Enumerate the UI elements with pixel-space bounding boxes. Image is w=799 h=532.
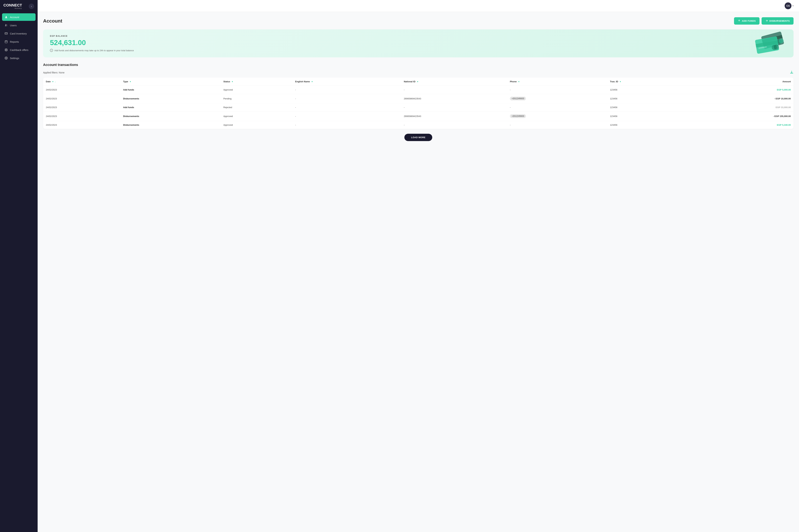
sidebar-item-settings-label: Settings [10, 57, 19, 60]
type-filter-icon: ▼ [129, 81, 131, 83]
table-row: 24/02/2023 Add funds Rejected - - - 1234… [43, 103, 794, 112]
collapse-icon: ‹ [31, 5, 32, 8]
cell-english-name: - [292, 103, 401, 112]
svg-point-9 [6, 50, 7, 50]
table-row: 24/02/2023 Add funds Approved - - - 1234… [43, 86, 794, 94]
cell-tran-id: 123456 [607, 86, 685, 94]
transactions-table: Date ▼ ↓ Type ▼ Status ▼ [43, 78, 794, 129]
sidebar-nav: Account Users Card Inventory [0, 12, 38, 532]
cell-status: Approved [221, 121, 292, 129]
cell-tran-id: 123456 [607, 94, 685, 103]
date-sort-icon: ↓ [55, 81, 56, 83]
disbursements-icon [765, 19, 768, 22]
credit-card-icon [4, 32, 8, 35]
balance-label: EGP BALANCE [50, 35, 787, 37]
users-icon [4, 23, 8, 27]
sidebar-item-cashback-offers[interactable]: Cashback offers [2, 46, 36, 54]
col-phone[interactable]: Phone ▼ [507, 78, 607, 86]
cell-amount: - EGP 10,000.00 [686, 94, 794, 103]
gear-icon [4, 56, 8, 60]
load-more-button[interactable]: LOAD MORE [404, 134, 432, 141]
sidebar-item-reports[interactable]: Reports [2, 38, 36, 45]
cell-phone: +2012245633 [507, 94, 607, 103]
sidebar-item-card-inventory[interactable]: Card Inventory [2, 30, 36, 37]
cell-status: Approved [221, 86, 292, 94]
cell-tran-id: 123456 [607, 112, 685, 121]
cell-amount: EGP 5,000.00 [686, 86, 794, 94]
sidebar-item-settings[interactable]: Settings [2, 54, 36, 62]
cell-english-name: - [292, 94, 401, 103]
col-english-name[interactable]: English Name ▼ [292, 78, 401, 86]
card-decoration [754, 31, 788, 55]
disbursements-button[interactable]: DISBURSEMENTS [762, 17, 794, 24]
svg-point-1 [5, 24, 6, 25]
app-name: CONNECT [3, 3, 22, 7]
cell-tran-id: 123456 [607, 121, 685, 129]
filters-value: None [59, 71, 65, 74]
cell-date: 24/02/2023 [43, 86, 120, 94]
cell-amount: EGP 5,340.00 [686, 121, 794, 129]
avatar[interactable]: CS [785, 2, 792, 9]
cell-phone: - [507, 121, 607, 129]
col-status[interactable]: Status ▼ [221, 78, 292, 86]
col-national-id[interactable]: National ID ▼ [401, 78, 507, 86]
page-title: Account [43, 18, 62, 24]
cell-phone: +2012245633 [507, 112, 607, 121]
svg-rect-5 [5, 41, 7, 43]
user-dropdown[interactable]: CS ▾ [785, 2, 794, 9]
filters-label: Applied filters: [43, 71, 58, 74]
transactions-table-container: Date ▼ ↓ Type ▼ Status ▼ [43, 78, 794, 129]
cell-phone: - [507, 103, 607, 112]
transactions-title: Account transactions [43, 63, 794, 67]
sidebar-item-cashback-label: Cashback offers [10, 49, 29, 52]
cell-english-name: - [292, 86, 401, 94]
sidebar-item-users[interactable]: Users [2, 21, 36, 29]
cashback-icon [4, 48, 8, 52]
col-type[interactable]: Type ▼ [120, 78, 221, 86]
cell-english-name: - [292, 121, 401, 129]
cell-status: Pending [221, 94, 292, 103]
cell-english-name: - [292, 112, 401, 121]
person-circle-icon [4, 15, 8, 19]
topbar: CS ▾ [38, 0, 799, 12]
balance-amount: 524,631.00 [50, 39, 787, 47]
phone-filter-icon: ▼ [518, 81, 520, 83]
svg-point-0 [6, 16, 7, 17]
svg-point-10 [6, 58, 7, 59]
sidebar-item-account[interactable]: Account [2, 13, 36, 21]
balance-note: i Add funds and disbursements may take u… [50, 49, 787, 52]
phone-badge: +2012245633 [510, 97, 526, 100]
col-amount: Amount [686, 78, 794, 86]
sidebar-item-users-label: Users [10, 24, 17, 27]
cell-national-id: - [401, 121, 507, 129]
national-id-filter-icon: ▼ [417, 81, 419, 83]
filters-text: Applied filters: None [43, 71, 65, 74]
cell-national-id: 29065869423543 [401, 94, 507, 103]
svg-rect-3 [5, 33, 7, 35]
disbursements-label: DISBURSEMENTS [769, 20, 790, 22]
table-row: 24/02/2023 Disbursements Approved - 2906… [43, 112, 794, 121]
chevron-down-icon: ▾ [793, 5, 794, 7]
filters-row: Applied filters: None [43, 70, 794, 75]
table-row: 24/02/2023 Disbursements Approved - - - … [43, 121, 794, 129]
balance-card: EGP BALANCE 524,631.00 i Add funds and d… [43, 30, 794, 57]
add-funds-button[interactable]: ADD FUNDS [734, 17, 760, 24]
sidebar-item-card-inventory-label: Card Inventory [10, 32, 27, 35]
col-tran-id[interactable]: Tran. ID ▼ [607, 78, 685, 86]
cell-date: 24/02/2023 [43, 121, 120, 129]
download-button[interactable] [790, 70, 794, 75]
col-date[interactable]: Date ▼ ↓ [43, 78, 120, 86]
tran-id-filter-icon: ▼ [619, 81, 621, 83]
svg-point-2 [6, 24, 7, 25]
cell-amount: EGP 33,000.00 [686, 103, 794, 112]
sidebar-item-reports-label: Reports [10, 40, 19, 43]
app-sub: money [3, 7, 22, 9]
load-more-row: LOAD MORE [43, 134, 794, 145]
cell-type: Add funds [120, 86, 221, 94]
cell-date: 24/02/2023 [43, 94, 120, 103]
cell-national-id: - [401, 86, 507, 94]
table-header: Date ▼ ↓ Type ▼ Status ▼ [43, 78, 794, 86]
phone-badge: +2012245633 [510, 114, 526, 118]
main-content: CS ▾ Account ADD FUNDS [38, 0, 799, 532]
collapse-button[interactable]: ‹ [29, 4, 34, 9]
